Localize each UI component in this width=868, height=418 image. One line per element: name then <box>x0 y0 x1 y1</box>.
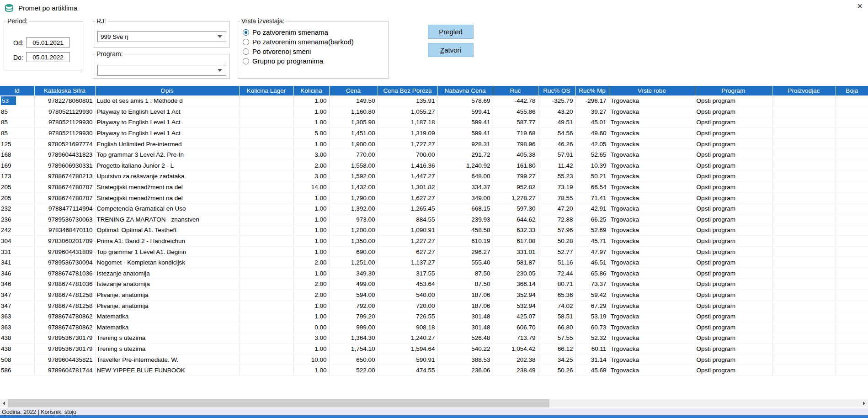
table-cell[interactable]: 366.14 <box>493 279 538 290</box>
table-cell[interactable]: 9783060201709 <box>34 236 95 247</box>
table-cell[interactable]: 599.41 <box>437 117 493 128</box>
table-cell[interactable] <box>772 117 836 128</box>
table-cell[interactable]: 1,160.80 <box>329 106 378 117</box>
table-cell[interactable]: Opsti program <box>695 354 772 365</box>
table-cell[interactable]: 594.00 <box>329 290 378 301</box>
table-cell[interactable]: 599.41 <box>437 106 493 117</box>
table-cell[interactable]: 1.00 <box>293 344 329 355</box>
table-cell[interactable] <box>836 171 868 182</box>
table-cell[interactable]: Trgovacka <box>609 333 695 344</box>
table-cell[interactable]: 1,265.45 <box>378 203 437 214</box>
table-cell[interactable]: 87.50 <box>437 279 493 290</box>
table-cell[interactable]: 1.00 <box>293 214 329 225</box>
table-cell[interactable]: 67.29 <box>575 300 609 311</box>
table-cell[interactable] <box>836 95 868 106</box>
table-cell[interactable]: 1.00 <box>293 225 329 236</box>
table-cell[interactable]: 474.55 <box>378 365 437 376</box>
table-cell[interactable] <box>772 106 836 117</box>
table-row[interactable]: 3049783060201709Prima A1: Band 2 - Handr… <box>0 236 868 247</box>
table-cell[interactable] <box>239 300 293 311</box>
table-cell[interactable]: 438 <box>0 333 34 344</box>
table-cell[interactable] <box>836 365 868 376</box>
table-cell[interactable]: Opsti program <box>695 257 772 268</box>
table-cell[interactable]: 792.00 <box>329 300 378 311</box>
table-cell[interactable]: 1,055.27 <box>378 106 437 117</box>
table-cell[interactable]: 884.55 <box>378 214 437 225</box>
table-cell[interactable]: 1.00 <box>293 246 329 257</box>
table-cell[interactable] <box>836 225 868 236</box>
table-cell[interactable]: 9780521129930 <box>34 128 95 139</box>
table-cell[interactable]: 66.54 <box>575 182 609 193</box>
table-cell[interactable]: 58.51 <box>538 311 575 322</box>
table-cell[interactable] <box>836 322 868 333</box>
table-cell[interactable]: Matematika <box>95 322 239 333</box>
table-cell[interactable] <box>239 311 293 322</box>
table-cell[interactable]: 1,451.00 <box>329 128 378 139</box>
table-cell[interactable]: 39.27 <box>575 106 609 117</box>
table-cell[interactable]: 798.96 <box>493 138 538 149</box>
table-cell[interactable]: 438 <box>0 344 34 355</box>
table-cell[interactable]: 9789536730063 <box>34 214 95 225</box>
table-cell[interactable]: 230.05 <box>493 268 538 279</box>
table-cell[interactable]: 1,278.27 <box>493 192 538 203</box>
table-cell[interactable]: 1,319.09 <box>378 128 437 139</box>
table-row[interactable]: 4389789536730179Trening s utezima1.001,7… <box>0 344 868 355</box>
table-cell[interactable]: 1.00 <box>293 192 329 203</box>
table-cell[interactable]: 47.97 <box>575 246 609 257</box>
table-cell[interactable]: Opsti program <box>695 311 772 322</box>
table-cell[interactable]: Trgovacka <box>609 95 695 106</box>
table-row[interactable]: 3469788674781036Istezanje anatomija1.003… <box>0 268 868 279</box>
table-cell[interactable]: Opsti program <box>695 322 772 333</box>
table-cell[interactable]: Traveller Pre-intermediate. W. <box>95 354 239 365</box>
table-cell[interactable] <box>772 160 836 171</box>
table-cell[interactable]: Opsti program <box>695 171 772 182</box>
table-cell[interactable]: Top grammar 3 Level A2. Pre-In <box>95 149 239 160</box>
table-cell[interactable]: 1,627.27 <box>378 192 437 203</box>
table-cell[interactable]: Opsti program <box>695 246 772 257</box>
table-cell[interactable]: Trgovacka <box>609 128 695 139</box>
table-cell[interactable]: Trgovacka <box>609 117 695 128</box>
table-cell[interactable]: Strategijski menadžment na del <box>95 192 239 203</box>
table-row[interactable]: 859780521129930Playway to English Level … <box>0 106 868 117</box>
table-cell[interactable]: 45.71 <box>575 236 609 247</box>
table-cell[interactable]: 73.19 <box>538 182 575 193</box>
table-cell[interactable]: Opsti program <box>695 203 772 214</box>
table-cell[interactable]: 331 <box>0 246 34 257</box>
table-cell[interactable]: 713.79 <box>493 333 538 344</box>
table-cell[interactable]: 700.00 <box>378 149 437 160</box>
table-cell[interactable]: 1,305.90 <box>329 117 378 128</box>
table-cell[interactable]: 52.32 <box>575 333 609 344</box>
table-row[interactable]: 2369789536730063TRENING ZA MARATON - zna… <box>0 214 868 225</box>
radio-icon[interactable] <box>243 58 249 64</box>
table-cell[interactable]: 2.00 <box>293 279 329 290</box>
table-cell[interactable]: Trgovacka <box>609 203 695 214</box>
table-cell[interactable] <box>239 160 293 171</box>
table-cell[interactable]: Optimal: Optimal A1. Testheft <box>95 225 239 236</box>
table-cell[interactable]: 54.56 <box>538 128 575 139</box>
table-cell[interactable]: 347 <box>0 300 34 311</box>
table-cell[interactable]: 799.27 <box>493 171 538 182</box>
table-cell[interactable]: 1.00 <box>293 203 329 214</box>
table-cell[interactable]: Trgovacka <box>609 279 695 290</box>
table-cell[interactable]: 1,227.27 <box>378 236 437 247</box>
table-row[interactable]: 3419789536730094Nogomet - Kompletan kond… <box>0 257 868 268</box>
table-cell[interactable]: 1.00 <box>293 236 329 247</box>
date-from-input[interactable] <box>26 37 70 48</box>
table-cell[interactable]: Uputstvo za rešavanje zadataka <box>95 171 239 182</box>
table-cell[interactable] <box>836 138 868 149</box>
table-cell[interactable]: 43.20 <box>538 106 575 117</box>
table-cell[interactable]: Plivanje: anatomija <box>95 300 239 311</box>
table-row[interactable]: 539782278060801Ludo et ses amis 1 : Méth… <box>0 95 868 106</box>
table-cell[interactable]: 52.69 <box>575 225 609 236</box>
table-row[interactable]: 1689789604431823Top grammar 3 Level A2. … <box>0 149 868 160</box>
table-cell[interactable]: Playway to English Level 1 Act <box>95 106 239 117</box>
table-cell[interactable]: 3.00 <box>293 333 329 344</box>
table-cell[interactable] <box>772 322 836 333</box>
table-cell[interactable]: 453.64 <box>378 279 437 290</box>
radio-option-1[interactable]: Po zatvorenim smenama(barkod) <box>243 37 354 47</box>
table-cell[interactable]: 0.00 <box>293 322 329 333</box>
table-cell[interactable]: Opsti program <box>695 365 772 376</box>
table-cell[interactable]: 72.88 <box>538 214 575 225</box>
table-cell[interactable]: 85 <box>0 128 34 139</box>
table-cell[interactable]: 72.44 <box>538 268 575 279</box>
